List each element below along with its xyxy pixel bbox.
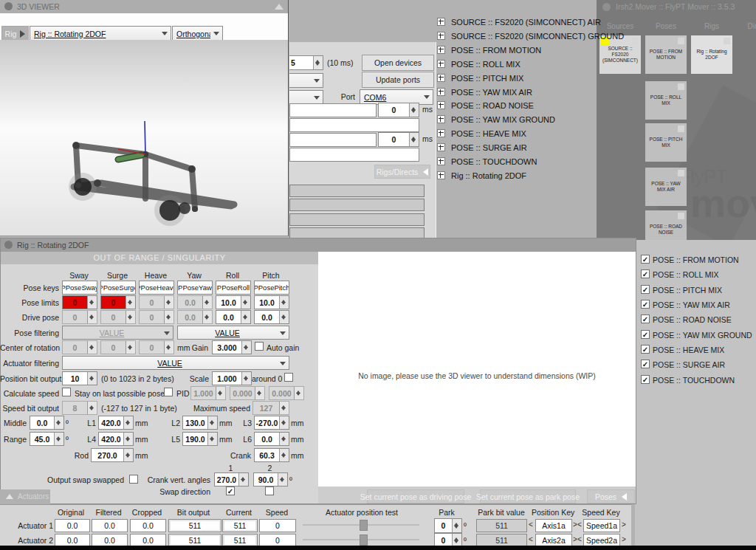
- pid-i-spinner[interactable]: 0.000: [230, 386, 265, 400]
- l2-spinner[interactable]: 130.0: [182, 416, 218, 430]
- crank-angle-value[interactable]: 90.0: [254, 473, 278, 486]
- spinner-buttons-icon[interactable]: [452, 519, 461, 532]
- pose-limit-value[interactable]: 0.0: [178, 296, 202, 309]
- pose-enable-checkbox[interactable]: [641, 330, 650, 339]
- center-z-spinner[interactable]: 0: [139, 340, 174, 354]
- position-bit-value[interactable]: 10: [63, 372, 87, 385]
- output-field-2[interactable]: [289, 118, 419, 132]
- spinner-buttons-icon[interactable]: [278, 473, 287, 486]
- rate-spinner[interactable]: 5: [289, 55, 323, 70]
- spinner-buttons-icon[interactable]: [87, 341, 97, 354]
- expand-icon[interactable]: [437, 115, 445, 123]
- pose-enable-checkbox[interactable]: [641, 345, 650, 354]
- tree-item[interactable]: SOURCE :: FS2020 (SIMCONNECT) AIR: [437, 15, 601, 29]
- spinner-buttons-icon[interactable]: [202, 311, 212, 323]
- tree-item[interactable]: POSE :: TOUCHDOWN: [437, 154, 537, 168]
- pose-key-yaw-input[interactable]: PPoseYaw: [177, 281, 213, 295]
- pose-enable-checkbox[interactable]: [641, 375, 650, 384]
- expand-icon[interactable]: [437, 60, 445, 68]
- stay-last-pose-checkbox[interactable]: [164, 388, 173, 396]
- list-row-empty[interactable]: [289, 199, 425, 211]
- scale-value[interactable]: 1.000: [213, 372, 241, 385]
- speed-bit-spinner[interactable]: 8: [62, 401, 97, 415]
- spinner-buttons-icon[interactable]: [255, 387, 264, 399]
- prev-position-key-button[interactable]: [528, 535, 534, 543]
- auto-gain-checkbox[interactable]: [255, 342, 264, 351]
- pose-enable-checkbox[interactable]: [641, 360, 650, 368]
- spinner-buttons-icon[interactable]: [164, 311, 173, 323]
- spinner-buttons-icon[interactable]: [207, 433, 217, 445]
- maximum-speed-value[interactable]: 127: [253, 402, 279, 414]
- set-driving-pose-button[interactable]: Set current pose as driving pose: [367, 489, 464, 503]
- l5-value[interactable]: 190.0: [183, 433, 207, 445]
- spinner-buttons-icon[interactable]: [279, 311, 289, 323]
- spinner-buttons-icon[interactable]: [207, 416, 217, 429]
- actuator-1-park-spinner[interactable]: 0: [434, 518, 462, 533]
- tile-pose-yaw-mix-air[interactable]: POSE :: YAW MIX AIR: [645, 168, 687, 206]
- list-row-empty[interactable]: [289, 213, 425, 226]
- pose-limit-roll-spinner[interactable]: 10.0: [216, 295, 251, 309]
- pose-enable-checkbox[interactable]: [641, 269, 650, 278]
- crank-angle-value[interactable]: 270.0: [215, 473, 238, 486]
- park-value[interactable]: 0: [435, 519, 452, 532]
- spinner-buttons-icon[interactable]: [123, 449, 133, 461]
- l5-spinner[interactable]: 190.0: [182, 432, 218, 446]
- expand-icon[interactable]: [437, 74, 445, 82]
- spinner-buttons-icon[interactable]: [123, 416, 133, 429]
- spinner-buttons-icon[interactable]: [87, 372, 97, 385]
- spinner-buttons-icon[interactable]: [87, 311, 97, 323]
- gain-spinner[interactable]: 3.000: [212, 340, 252, 354]
- open-devices-button[interactable]: Open devices: [362, 55, 434, 71]
- rate-value[interactable]: 5: [289, 56, 313, 69]
- next-speed-key-button[interactable]: [621, 535, 627, 543]
- center-value[interactable]: 0: [101, 341, 126, 354]
- prev-speed-key-button[interactable]: [577, 535, 583, 543]
- l2-value[interactable]: 130.0: [183, 416, 207, 429]
- tile-pose-roll-mix[interactable]: POSE :: ROLL MIX: [645, 81, 687, 120]
- drive-pose-roll-spinner[interactable]: 0.0: [216, 310, 251, 324]
- spinner-buttons-icon[interactable]: [126, 341, 135, 354]
- position-bit-spinner[interactable]: 10: [62, 371, 97, 385]
- pose-key-heave-input[interactable]: PPoseHeave: [139, 281, 174, 295]
- tree-item[interactable]: Rig :: Rotating 2DOF: [437, 168, 526, 182]
- scale-spinner[interactable]: 1.000: [212, 371, 252, 385]
- pose-key-roll-input[interactable]: PPoseRoll: [216, 281, 251, 295]
- timeout-value[interactable]: 0: [379, 103, 409, 117]
- l3-spinner[interactable]: -270.0: [254, 416, 289, 430]
- tree-item[interactable]: POSE :: YAW MIX GROUND: [437, 112, 555, 126]
- spinner-buttons-icon[interactable]: [279, 402, 289, 414]
- tile-pose-road-noise[interactable]: POSE :: ROAD NOISE: [645, 210, 687, 240]
- drive-pose-value[interactable]: 0.0: [178, 311, 202, 323]
- drive-pose-surge-spinner[interactable]: 0: [100, 310, 136, 324]
- drive-pose-pitch-spinner[interactable]: 0.0: [254, 310, 289, 324]
- prev-speed-key-button[interactable]: [577, 520, 583, 529]
- pose-enable-checkbox[interactable]: [641, 255, 650, 264]
- l6-spinner[interactable]: 0.0: [254, 432, 289, 446]
- pose-limit-value[interactable]: 0: [63, 296, 87, 309]
- drive-pose-value[interactable]: 0.0: [216, 311, 241, 323]
- timeout-spinner-1[interactable]: 0: [378, 103, 419, 117]
- drive-pose-value[interactable]: 0: [101, 311, 126, 323]
- range-value[interactable]: 45.0: [30, 433, 54, 445]
- spinner-buttons-icon[interactable]: [238, 473, 248, 486]
- crank-angle-1-spinner[interactable]: 270.0: [214, 472, 249, 487]
- spinner-buttons-icon[interactable]: [279, 296, 289, 309]
- actuator-2-slider-handle[interactable]: [360, 534, 368, 546]
- expand-icon[interactable]: [437, 129, 445, 137]
- tile-pose-from-motion[interactable]: POSE :: FROM MOTION: [645, 35, 687, 74]
- spinner-buttons-icon[interactable]: [279, 433, 289, 445]
- spinner-buttons-icon[interactable]: [87, 402, 97, 414]
- poses-flyout-button[interactable]: Poses: [587, 489, 635, 503]
- viewport-3d[interactable]: [0, 40, 288, 236]
- pose-limit-pitch-spinner[interactable]: 10.0: [254, 295, 289, 309]
- actuator-1-slider-handle[interactable]: [360, 520, 368, 531]
- l1-spinner[interactable]: 420.0: [98, 416, 134, 430]
- spinner-buttons-icon[interactable]: [164, 341, 173, 354]
- crank-spinner[interactable]: 60.3: [254, 448, 289, 462]
- center-y-spinner[interactable]: 0: [100, 340, 136, 354]
- expand-icon[interactable]: [437, 143, 445, 151]
- collapse-up-icon[interactable]: [275, 4, 284, 10]
- pid-p-spinner[interactable]: 1.000: [190, 386, 226, 400]
- spinner-buttons-icon[interactable]: [87, 296, 97, 309]
- range-spinner[interactable]: 45.0: [30, 432, 64, 446]
